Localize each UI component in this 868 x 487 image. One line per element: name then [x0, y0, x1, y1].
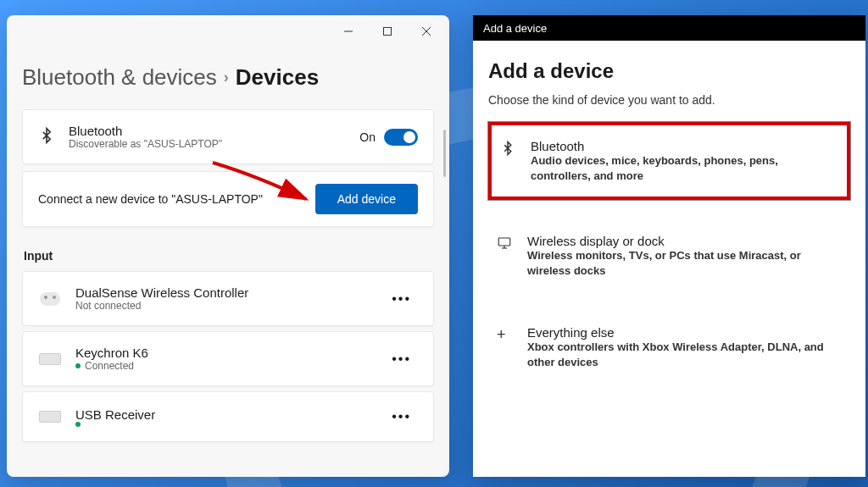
scrollbar[interactable]	[443, 130, 446, 177]
breadcrumb: Bluetooth & devices › Devices	[22, 47, 434, 91]
connect-text: Connect a new device to "ASUS-LAPTOP"	[38, 192, 263, 206]
more-options-button[interactable]: •••	[385, 348, 418, 370]
breadcrumb-current: Devices	[236, 64, 319, 91]
option-title: Bluetooth	[531, 139, 838, 153]
connected-dot-icon	[75, 363, 81, 368]
keyboard-icon	[38, 350, 62, 368]
close-button[interactable]	[407, 18, 446, 45]
add-device-button[interactable]: Add device	[315, 184, 418, 214]
dialog-title: Add a device	[483, 22, 547, 35]
option-wireless-display[interactable]: Wireless display or dock Wireless monito…	[488, 220, 850, 291]
minimize-button[interactable]	[329, 18, 368, 45]
device-row[interactable]: DualSense Wireless Controller Not connec…	[22, 271, 434, 326]
device-status: Not connected	[75, 300, 385, 312]
svg-rect-1	[384, 28, 392, 36]
option-title: Everything else	[527, 325, 842, 340]
bluetooth-icon	[500, 139, 517, 156]
option-description: Wireless monitors, TVs, or PCs that use …	[527, 248, 842, 278]
option-bluetooth[interactable]: Bluetooth Audio devices, mice, keyboards…	[488, 122, 850, 200]
bluetooth-state-label: On	[359, 130, 376, 144]
device-status: Connected	[75, 360, 385, 372]
device-status	[75, 422, 385, 427]
bluetooth-subtitle: Discoverable as "ASUS-LAPTOP"	[69, 138, 359, 150]
bluetooth-title: Bluetooth	[69, 124, 359, 138]
dialog-heading: Add a device	[488, 59, 850, 83]
svg-rect-4	[498, 238, 510, 246]
monitor-icon	[497, 234, 514, 251]
device-name: USB Receiver	[75, 407, 385, 422]
dialog-titlebar: Add a device	[473, 15, 865, 41]
option-title: Wireless display or dock	[527, 234, 842, 248]
connected-dot-icon	[75, 422, 81, 427]
device-row[interactable]: USB Receiver •••	[22, 391, 434, 442]
window-titlebar	[7, 15, 449, 47]
section-input-header: Input	[24, 249, 434, 263]
connect-device-card: Connect a new device to "ASUS-LAPTOP" Ad…	[22, 171, 434, 227]
dialog-subheading: Choose the kind of device you want to ad…	[488, 93, 850, 107]
more-options-button[interactable]: •••	[385, 288, 418, 310]
settings-window: Bluetooth & devices › Devices Bluetooth …	[7, 15, 449, 477]
maximize-button[interactable]	[368, 18, 407, 45]
keyboard-icon	[38, 407, 62, 426]
device-row[interactable]: Keychron K6 Connected •••	[22, 331, 434, 386]
bluetooth-toggle[interactable]	[384, 129, 418, 146]
device-name: DualSense Wireless Controller	[75, 285, 385, 300]
breadcrumb-parent[interactable]: Bluetooth & devices	[22, 64, 217, 91]
option-everything-else[interactable]: + Everything else Xbox controllers with …	[488, 312, 850, 383]
add-device-dialog: Add a device Add a device Choose the kin…	[473, 15, 865, 477]
option-description: Xbox controllers with Xbox Wireless Adap…	[527, 340, 842, 369]
controller-icon	[38, 290, 62, 308]
device-name: Keychron K6	[75, 346, 385, 360]
plus-icon: +	[497, 325, 514, 343]
bluetooth-toggle-card: Bluetooth Discoverable as "ASUS-LAPTOP" …	[22, 109, 434, 164]
more-options-button[interactable]: •••	[385, 406, 418, 428]
bluetooth-icon	[38, 127, 55, 147]
chevron-right-icon: ›	[224, 69, 229, 86]
option-description: Audio devices, mice, keyboards, phones, …	[531, 153, 838, 183]
